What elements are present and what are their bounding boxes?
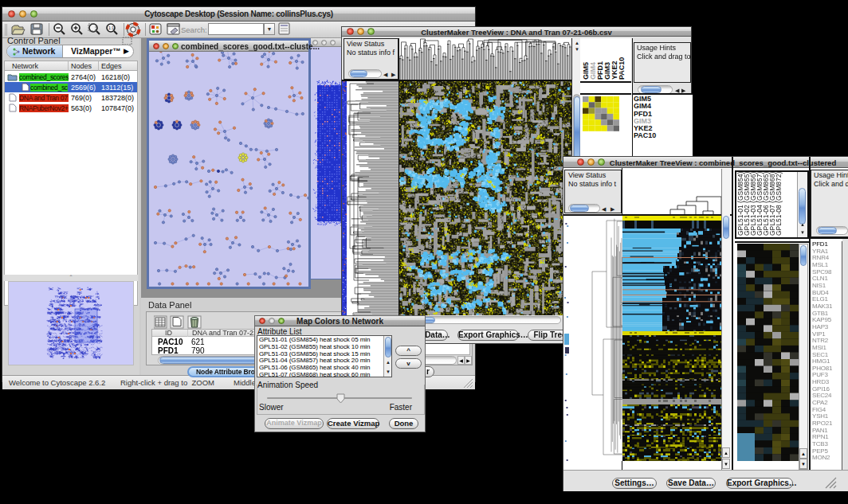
svg-text:1:1: 1:1 bbox=[108, 25, 114, 30]
svg-text:PAC10: PAC10 bbox=[618, 57, 626, 80]
svg-text:GPL51-08 (GSM872): GPL51-08 (GSM872) bbox=[775, 172, 783, 236]
